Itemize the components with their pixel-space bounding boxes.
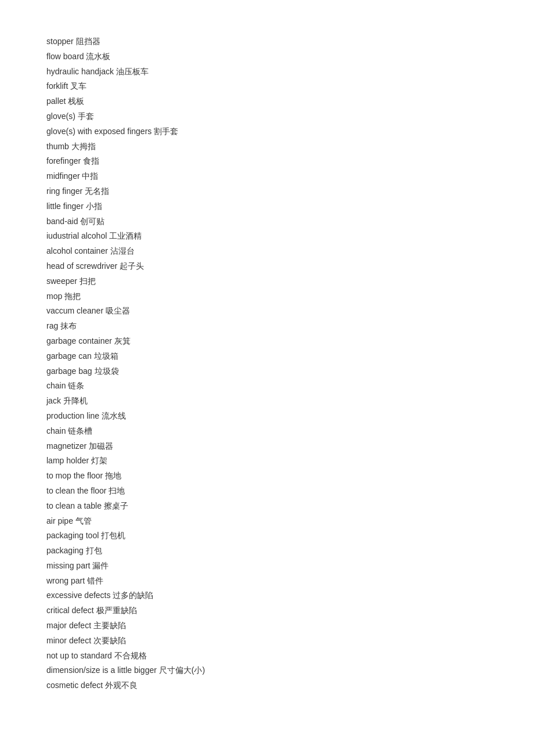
list-item: forklift 叉车 (46, 80, 488, 93)
list-item: cosmetic defect 外观不良 (46, 679, 488, 693)
list-item: garbage can 垃圾箱 (46, 350, 488, 363)
chinese-text: 打包 (86, 546, 102, 555)
english-text: hydraulic handjack (46, 67, 116, 76)
list-item: packaging tool 打包机 (46, 529, 488, 543)
list-item: sweeper 扫把 (46, 275, 488, 289)
list-item: to clean the floor 扫地 (46, 484, 488, 498)
chinese-text: 灯架 (91, 456, 107, 465)
chinese-text: 外观不良 (105, 681, 138, 690)
chinese-text: 加磁器 (89, 441, 113, 451)
chinese-text: 过多的缺陷 (113, 591, 153, 600)
list-item: to mop the floor 拖地 (46, 469, 488, 483)
chinese-text: 扫地 (109, 486, 125, 495)
list-item: major defect 主要缺陷 (46, 619, 488, 633)
english-text: chain (46, 381, 68, 390)
chinese-text: 拖地 (105, 471, 121, 480)
list-item: vaccum cleaner 吸尘器 (46, 304, 488, 318)
english-text: ring finger (46, 186, 85, 196)
english-text: jack (46, 396, 63, 405)
list-item: little finger 小指 (46, 200, 488, 214)
list-item: critical defect 极严重缺陷 (46, 604, 488, 618)
list-item: excessive defects 过多的缺陷 (46, 589, 488, 603)
english-text: lamp holder (46, 456, 91, 465)
chinese-text: 拖把 (64, 291, 81, 301)
list-item: midfinger 中指 (46, 170, 488, 183)
english-text: midfinger (46, 171, 82, 181)
english-text: thumb (46, 142, 71, 151)
chinese-text: 极严重缺陷 (96, 606, 137, 615)
chinese-text: 次要缺陷 (93, 636, 126, 645)
english-text: vaccum cleaner (46, 306, 106, 315)
english-text: glove(s) (46, 111, 78, 121)
english-text: chain (46, 426, 68, 435)
list-item: chain 链条槽 (46, 424, 488, 438)
chinese-text: 食指 (83, 156, 99, 165)
list-item: flow board 流水板 (46, 50, 488, 64)
chinese-text: 吸尘器 (106, 306, 130, 315)
chinese-text: 流水板 (86, 52, 110, 61)
list-item: head of screwdriver 起子头 (46, 260, 488, 273)
list-item: stopper 阻挡器 (46, 35, 488, 49)
chinese-text: 尺寸偏大(小) (159, 665, 205, 675)
list-item: magnetizer 加磁器 (46, 440, 488, 453)
list-item: garbage container 灰箕 (46, 334, 488, 348)
list-item: minor defect 次要缺陷 (46, 634, 488, 648)
english-text: glove(s) with exposed fingers (46, 127, 154, 136)
english-text: cosmetic defect (46, 681, 105, 690)
list-item: band-aid 创可贴 (46, 215, 488, 229)
english-text: garbage container (46, 336, 114, 345)
english-text: stopper (46, 37, 76, 46)
list-item: missing part 漏件 (46, 559, 488, 573)
chinese-text: 割手套 (154, 127, 178, 136)
list-item: iudustrial alcohol 工业酒精 (46, 229, 488, 243)
english-text: production line (46, 411, 102, 420)
english-text: magnetizer (46, 441, 89, 451)
list-item: wrong part 错件 (46, 574, 488, 588)
list-item: rag 抹布 (46, 319, 488, 333)
english-text: forefinger (46, 156, 83, 165)
english-text: missing part (46, 561, 92, 570)
chinese-text: 阻挡器 (76, 37, 100, 46)
chinese-text: 工业酒精 (109, 231, 142, 240)
list-item: pallet 栈板 (46, 95, 488, 109)
chinese-text: 中指 (82, 171, 98, 181)
list-item: chain 链条 (46, 379, 488, 393)
english-text: not up to standard (46, 651, 114, 660)
list-item: garbage bag 垃圾袋 (46, 365, 488, 379)
english-text: rag (46, 321, 60, 330)
chinese-text: 扫把 (80, 276, 96, 286)
chinese-text: 抹布 (60, 321, 77, 330)
english-text: to mop the floor (46, 471, 105, 480)
list-item: thumb 大拇指 (46, 140, 488, 154)
list-item: to clean a table 擦桌子 (46, 499, 488, 513)
list-item: not up to standard 不合规格 (46, 649, 488, 663)
chinese-text: 手套 (78, 111, 94, 121)
english-text: sweeper (46, 276, 80, 286)
english-text: iudustrial alcohol (46, 231, 109, 240)
chinese-text: 漏件 (92, 561, 109, 570)
chinese-text: 灰箕 (114, 336, 131, 345)
chinese-text: 气管 (75, 516, 92, 525)
english-text: flow board (46, 52, 86, 61)
english-text: excessive defects (46, 591, 113, 600)
english-text: alcohol container (46, 246, 110, 255)
chinese-text: 擦桌子 (104, 501, 128, 510)
english-text: mop (46, 291, 64, 301)
list-item: forefinger 食指 (46, 154, 488, 168)
english-text: to clean the floor (46, 486, 109, 495)
english-text: head of screwdriver (46, 261, 120, 271)
english-text: dimension/size is a little bigger (46, 665, 159, 675)
list-item: alcohol container 沾湿台 (46, 244, 488, 258)
chinese-text: 叉车 (70, 81, 86, 91)
chinese-text: 大拇指 (71, 142, 96, 151)
english-text: forklift (46, 81, 70, 91)
chinese-text: 小指 (86, 201, 102, 211)
list-item: packaging 打包 (46, 544, 488, 558)
chinese-text: 链条槽 (68, 426, 92, 435)
english-text: critical defect (46, 606, 96, 615)
list-item: hydraulic handjack 油压板车 (46, 65, 488, 79)
chinese-text: 打包机 (101, 531, 125, 540)
english-text: garbage bag (46, 366, 95, 376)
english-text: major defect (46, 621, 93, 630)
list-item: production line 流水线 (46, 409, 488, 423)
